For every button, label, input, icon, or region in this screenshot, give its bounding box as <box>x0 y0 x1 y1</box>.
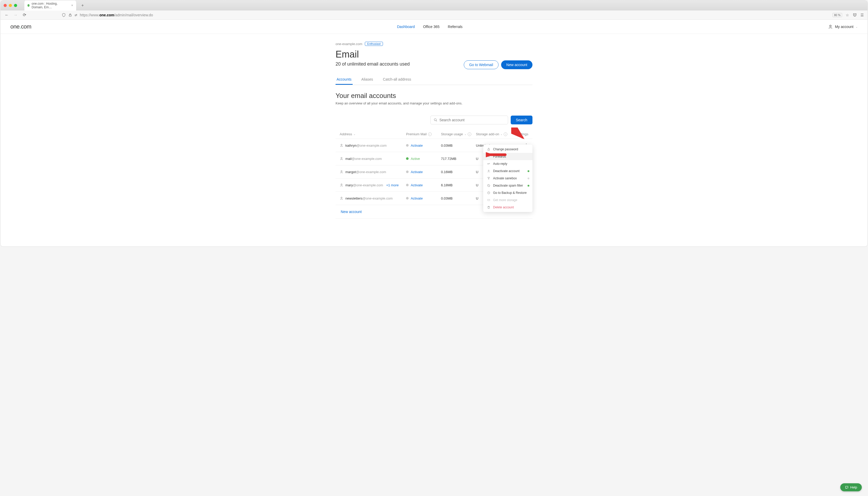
storage-usage: 717.72MB <box>441 157 476 161</box>
premium-status[interactable]: Activate <box>406 197 441 200</box>
menu-auto-reply[interactable]: ↩ Auto-reply <box>483 160 533 167</box>
tab-catchall[interactable]: Catch-all address <box>382 75 412 85</box>
storage-usage: 0.03MB <box>441 143 476 148</box>
lock-icon[interactable] <box>68 13 72 17</box>
email-local: newsletters <box>345 197 362 200</box>
bookmark-icon[interactable]: ☆ <box>846 13 849 17</box>
titlebar: one.com : Hosting, Domain, Em… × + <box>1 1 867 10</box>
pocket-icon[interactable] <box>853 13 857 17</box>
nav-office365[interactable]: Office 365 <box>423 25 440 29</box>
sort-icon: ⌄ <box>464 133 467 136</box>
logo[interactable]: one.com <box>10 23 31 30</box>
svg-point-4 <box>341 144 342 145</box>
main-nav: Dashboard Office 365 Referrals <box>397 25 462 29</box>
status-dot-icon <box>406 144 409 147</box>
premium-status[interactable]: Active <box>406 157 441 161</box>
menu-delete-account[interactable]: Delete account <box>483 204 533 211</box>
menu-deactivate-account[interactable]: Deactivate account <box>483 167 533 175</box>
search-button[interactable]: Search <box>511 115 533 124</box>
favicon-icon <box>28 4 30 7</box>
page-title: Email <box>335 49 533 60</box>
tab-aliases[interactable]: Aliases <box>360 75 374 85</box>
close-window-icon[interactable] <box>4 4 7 7</box>
user-icon <box>828 25 833 29</box>
premium-status[interactable]: Activate <box>406 183 441 187</box>
email-cell: margot@one-example.com <box>340 170 406 174</box>
email-local: kathryn <box>345 143 357 148</box>
search-input[interactable] <box>439 118 505 122</box>
email-local: margot <box>345 170 356 174</box>
email-domain: @one-example.com <box>353 183 383 187</box>
info-icon[interactable]: i <box>428 133 432 136</box>
go-webmail-button[interactable]: Go to Webmail <box>464 60 499 69</box>
premium-status[interactable]: Activate <box>406 143 441 148</box>
email-local: mail <box>345 157 352 161</box>
menu-deactivate-spam[interactable]: Deactivate spam filter <box>483 182 533 189</box>
email-cell: kathryn@one-example.com <box>340 143 406 148</box>
svg-point-7 <box>341 184 342 185</box>
email-cell: mary@one-example.com +1 more <box>340 183 406 187</box>
hamburger-menu-icon[interactable]: ☰ <box>861 13 864 17</box>
mail-icon <box>487 199 490 202</box>
email-domain: @one-example.com <box>356 170 386 174</box>
email-cell: newsletters@one-example.com <box>340 197 406 200</box>
table-header: Address ⌄ Premium Mail i Storage usage ⌄… <box>335 129 533 139</box>
storage-usage: 6.18MB <box>441 183 476 187</box>
reload-button[interactable]: ⟳ <box>22 13 27 17</box>
menu-activate-sanebox[interactable]: Activate sanebox <box>483 175 533 182</box>
sort-icon: ⌄ <box>500 133 502 136</box>
search-box[interactable] <box>430 115 508 124</box>
nav-referrals[interactable]: Referrals <box>448 25 462 29</box>
col-addon[interactable]: Storage add-on ⌄ i <box>476 132 511 136</box>
trash-icon <box>487 206 490 209</box>
plan-badge: Enthusiast <box>365 42 383 46</box>
back-button[interactable]: ← <box>4 13 9 17</box>
svg-point-1 <box>830 25 831 27</box>
new-account-button[interactable]: New account <box>501 60 533 69</box>
arrow-right-icon: → <box>487 155 490 158</box>
menu-forwards[interactable]: → Forwards <box>483 153 533 160</box>
breadcrumb: one-example.com Enthusiast <box>335 42 533 46</box>
minimize-window-icon[interactable] <box>9 4 12 7</box>
permissions-icon[interactable]: ⇄ <box>75 13 77 17</box>
lock-icon <box>487 148 490 151</box>
svg-point-8 <box>341 197 342 198</box>
account-menu[interactable]: My account ⌄ <box>828 25 858 29</box>
email-domain: @one-example.com <box>352 157 382 161</box>
block-icon <box>487 184 490 187</box>
svg-point-5 <box>341 157 342 159</box>
premium-status[interactable]: Activate <box>406 170 441 174</box>
status-dot-icon <box>527 170 530 172</box>
account-label: My account <box>835 25 853 29</box>
user-icon <box>487 170 490 173</box>
info-icon[interactable]: i <box>468 133 471 136</box>
search-icon <box>434 118 437 122</box>
tab-accounts[interactable]: Accounts <box>335 75 353 85</box>
sort-icon: ⌄ <box>353 133 356 136</box>
shield-icon[interactable] <box>62 13 66 17</box>
info-icon[interactable]: i <box>504 133 507 136</box>
col-storage[interactable]: Storage usage ⌄ i <box>441 132 476 136</box>
maximize-window-icon[interactable] <box>14 4 17 7</box>
url-display[interactable]: https://www.one.com/admin/mail/overview.… <box>80 13 153 17</box>
new-tab-button[interactable]: + <box>81 3 84 8</box>
site-header: one.com Dashboard Office 365 Referrals M… <box>1 20 867 34</box>
domain-name: one-example.com <box>335 42 362 46</box>
menu-change-password[interactable]: Change password <box>483 146 533 153</box>
menu-backup[interactable]: Go to Backup & Restore <box>483 189 533 197</box>
close-tab-icon[interactable]: × <box>71 4 73 7</box>
user-icon <box>340 157 343 160</box>
nav-dashboard[interactable]: Dashboard <box>397 25 415 29</box>
status-dot-icon <box>527 185 530 187</box>
browser-tab[interactable]: one.com : Hosting, Domain, Em… × <box>25 1 76 11</box>
email-cell: mail@one-example.com <box>340 157 406 161</box>
user-icon <box>340 197 343 200</box>
user-icon <box>340 170 343 174</box>
email-domain: @one-example.com <box>362 197 393 200</box>
more-aliases-link[interactable]: +1 more <box>386 183 398 187</box>
col-address[interactable]: Address ⌄ <box>340 132 406 136</box>
forward-button[interactable]: → <box>13 13 18 17</box>
user-icon <box>340 183 343 187</box>
status-dot-icon <box>406 184 409 186</box>
zoom-level[interactable]: 80 % <box>833 13 842 17</box>
